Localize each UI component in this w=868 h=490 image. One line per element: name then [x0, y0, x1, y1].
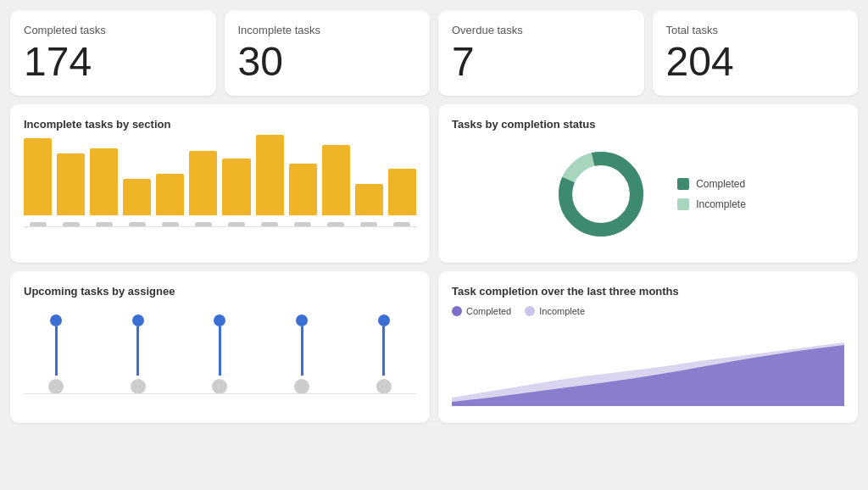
donut-chart-card: Tasks by completion status Completed Inc…: [438, 104, 858, 263]
bar-column: [189, 151, 217, 227]
area-legend-incomplete: Incomplete: [525, 306, 585, 316]
lollipop-line: [55, 326, 58, 376]
lollipop-top-circle: [132, 315, 144, 326]
donut-legend: Completed Incomplete: [677, 178, 746, 210]
lollipop-bottom-circle: [131, 379, 146, 394]
bar: [388, 169, 416, 215]
stat-card-completed: Completed tasks 174: [10, 10, 216, 96]
bar: [123, 179, 151, 215]
area-legend-dot-completed: [452, 306, 462, 316]
lollipop-top-circle: [296, 315, 308, 326]
dashboard: Completed tasks 174 Incomplete tasks 30 …: [10, 10, 858, 423]
lollipop-bottom-circle: [48, 379, 64, 394]
stat-label-total: Total tasks: [666, 24, 845, 36]
stat-value-completed: 174: [24, 42, 203, 82]
legend-dot-completed: [677, 178, 689, 190]
bar-column: [57, 153, 85, 227]
bar-tick: [162, 222, 179, 227]
legend-label-incomplete: Incomplete: [696, 198, 746, 210]
stat-card-overdue: Overdue tasks 7: [438, 10, 644, 96]
lollipop-chart: [24, 306, 416, 408]
area-legend: Completed Incomplete: [452, 306, 844, 316]
bar-column: [123, 179, 151, 227]
bar-tick: [228, 222, 245, 227]
bar-column: [156, 174, 184, 227]
stat-label-overdue: Overdue tasks: [452, 24, 631, 36]
bar: [256, 135, 284, 215]
bar-tick: [96, 222, 113, 227]
bar: [222, 159, 250, 215]
lollipop-column: [270, 315, 335, 394]
bar: [156, 174, 184, 215]
bar-column: [388, 169, 416, 227]
bar-chart-title: Incomplete tasks by section: [24, 118, 416, 131]
area-legend-label-incomplete: Incomplete: [539, 306, 585, 316]
legend-label-completed: Completed: [696, 178, 745, 190]
bar-column: [90, 148, 118, 227]
lollipop-column: [24, 315, 89, 394]
bar-chart: [24, 139, 416, 241]
stat-card-incomplete: Incomplete tasks 30: [225, 10, 431, 96]
lollipop-chart-title: Upcoming tasks by assignee: [24, 285, 416, 298]
bar-tick: [393, 222, 410, 227]
donut-svg: [550, 143, 652, 245]
bar-chart-card: Incomplete tasks by section: [10, 104, 430, 263]
bar-tick: [195, 222, 212, 227]
bar-column: [256, 135, 284, 227]
lollipop-top-circle: [378, 315, 390, 326]
area-legend-label-completed: Completed: [466, 306, 511, 316]
bar-tick: [261, 222, 278, 227]
bar: [355, 184, 383, 215]
donut-chart-container: Completed Incomplete: [452, 139, 844, 249]
lollipop-bottom-circle: [376, 379, 392, 394]
bar-tick: [360, 222, 377, 227]
bar-tick: [63, 222, 80, 227]
lollipop-bottom-circle: [212, 379, 227, 394]
bar: [24, 138, 52, 215]
bar: [322, 145, 350, 215]
bar-column: [24, 138, 52, 227]
lollipop-chart-card: Upcoming tasks by assignee: [10, 271, 430, 423]
area-legend-dot-incomplete: [525, 306, 535, 316]
bar-tick: [30, 222, 47, 227]
lollipop-column: [106, 315, 171, 394]
lollipop-top-circle: [50, 315, 62, 326]
lollipop-column: [187, 315, 253, 394]
lollipop-line: [301, 326, 303, 376]
stat-value-total: 204: [666, 42, 845, 82]
lollipop-line: [136, 326, 139, 376]
area-chart-title: Task completion over the last three mont…: [452, 285, 844, 298]
lollipop-line: [382, 326, 385, 376]
bar: [57, 153, 85, 215]
bar-column: [355, 184, 383, 227]
stat-label-completed: Completed tasks: [24, 24, 203, 36]
bar: [189, 151, 217, 215]
stat-card-total: Total tasks 204: [653, 10, 859, 96]
stat-label-incomplete: Incomplete tasks: [238, 24, 417, 36]
bar-column: [322, 145, 350, 227]
bar-column: [222, 159, 250, 227]
legend-item-incomplete: Incomplete: [677, 198, 746, 210]
area-chart-card: Task completion over the last three mont…: [438, 271, 858, 423]
legend-dot-incomplete: [677, 198, 689, 210]
stat-value-incomplete: 30: [238, 42, 417, 82]
donut-chart-title: Tasks by completion status: [452, 118, 844, 131]
lollipop-column: [351, 315, 416, 394]
bar-tick: [327, 222, 344, 227]
bar: [289, 164, 317, 215]
bar: [90, 148, 118, 215]
bar-tick: [129, 222, 146, 227]
lollipop-top-circle: [214, 315, 225, 326]
legend-item-completed: Completed: [677, 178, 746, 190]
stat-value-overdue: 7: [452, 42, 631, 82]
bar-column: [289, 164, 317, 227]
area-legend-completed: Completed: [452, 306, 511, 316]
area-svg: [452, 321, 844, 406]
lollipop-line: [219, 326, 221, 376]
bar-tick: [294, 222, 311, 227]
lollipop-bottom-circle: [294, 379, 309, 394]
